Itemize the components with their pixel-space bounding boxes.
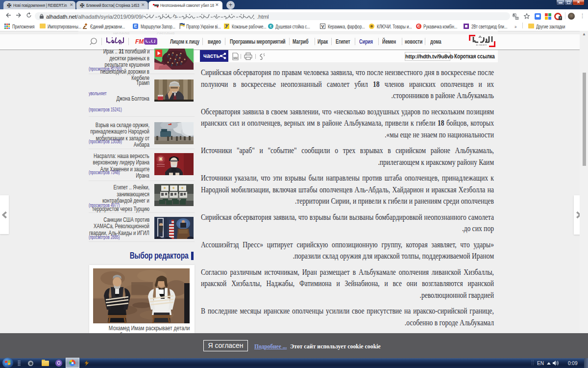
svg-text:PDF: PDF <box>234 57 237 59</box>
svg-text:3: 3 <box>174 14 177 19</box>
